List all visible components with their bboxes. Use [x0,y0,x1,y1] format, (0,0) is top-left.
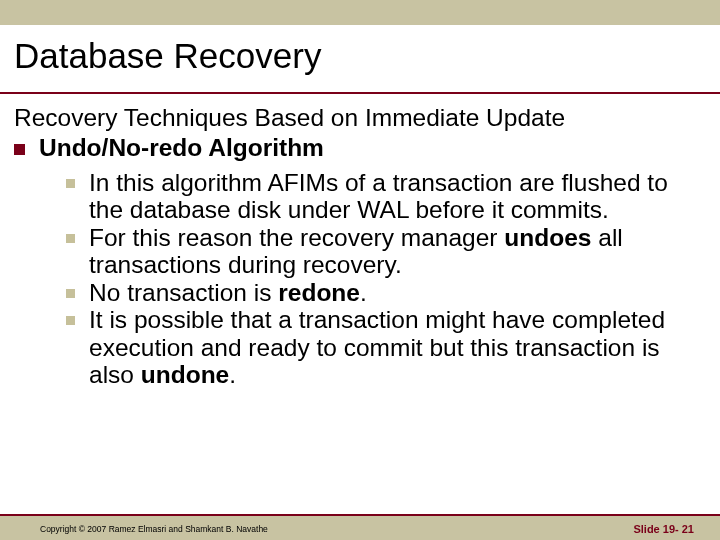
square-bullet-icon [66,179,75,188]
list-item: No transaction is redone. [66,279,706,306]
text-run: In this algorithm AFIMs of a transaction… [89,169,668,223]
bullet-level1: Undo/No-redo Algorithm [14,134,706,163]
slide-prefix: Slide 19- [633,523,681,535]
level1-text: Undo/No-redo Algorithm [39,134,706,163]
text-bold: undone [141,361,229,388]
list-item: In this algorithm AFIMs of a transaction… [66,169,706,224]
text-run: For this reason the recovery manager [89,224,504,251]
text-run: No transaction is [89,279,278,306]
list-item: It is possible that a transaction might … [66,306,706,388]
square-bullet-icon [66,316,75,325]
slide-number: Slide 19- 21 [633,523,694,535]
subtitle-text: Recovery Techniques Based on Immediate U… [14,104,706,132]
list-item-text: For this reason the recovery manager und… [89,224,706,279]
list-item: For this reason the recovery manager und… [66,224,706,279]
level1-label: Undo/No-redo Algorithm [39,134,324,161]
copyright-text: Copyright © 2007 Ramez Elmasri and Shamk… [40,524,268,534]
list-item-text: It is possible that a transaction might … [89,306,706,388]
text-bold: redone [278,279,360,306]
top-band [0,0,720,25]
list-item-text: No transaction is redone. [89,279,706,306]
level2-group: In this algorithm AFIMs of a transaction… [14,169,706,389]
text-run: . [229,361,236,388]
text-run: . [360,279,367,306]
square-bullet-icon [66,289,75,298]
square-bullet-icon [66,234,75,243]
list-item-text: In this algorithm AFIMs of a transaction… [89,169,706,224]
content-area: Recovery Techniques Based on Immediate U… [14,104,706,388]
bottom-bar: Copyright © 2007 Ramez Elmasri and Shamk… [0,514,720,540]
slide-title: Database Recovery [14,36,321,76]
slide-root: Database Recovery Recovery Techniques Ba… [0,0,720,540]
square-bullet-icon [14,144,25,155]
text-bold: undoes [504,224,591,251]
title-rule [0,92,720,94]
slide-num: 21 [682,523,694,535]
